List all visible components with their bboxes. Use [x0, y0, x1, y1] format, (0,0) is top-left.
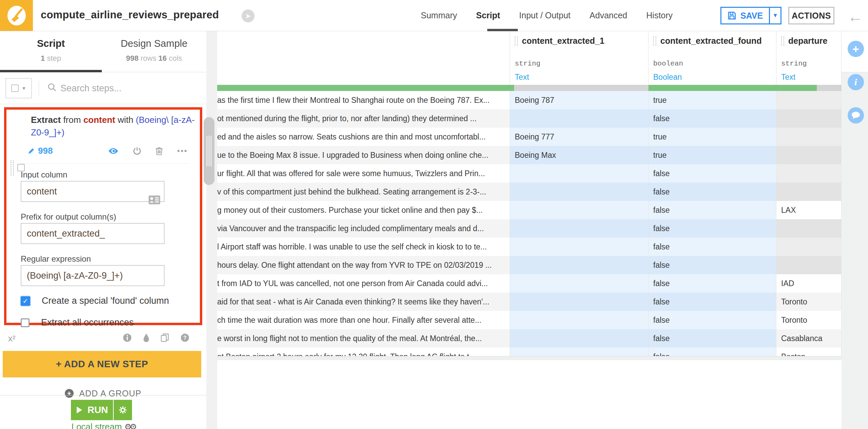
table-row[interactable]: at Boston airport 2 hours early for my 1…: [217, 348, 842, 356]
cell-extracted[interactable]: [510, 238, 648, 256]
save-button-main[interactable]: SAVE: [721, 8, 769, 23]
tab-script[interactable]: Script: [476, 11, 500, 20]
cell-content[interactable]: as the first time I flew their Montreal …: [217, 91, 510, 109]
formula-tool-icon[interactable]: x²: [8, 333, 16, 344]
column-drag-icon[interactable]: [781, 36, 784, 46]
cell-content[interactable]: g money out of their customers. Purchase…: [217, 201, 510, 219]
cell-extracted[interactable]: [510, 109, 648, 128]
column-picker-icon[interactable]: [148, 195, 161, 205]
cell-found[interactable]: true: [648, 91, 776, 109]
column-meaning[interactable]: Text: [515, 73, 529, 82]
cell-found[interactable]: false: [648, 329, 776, 348]
table-row[interactable]: via Vancouver and the transpacific leg i…: [217, 219, 842, 238]
cell-content[interactable]: e worst in long flight not to mention th…: [217, 329, 510, 348]
cell-departure[interactable]: Toronto: [776, 311, 842, 329]
run-button[interactable]: RUN: [71, 400, 133, 420]
cell-extracted[interactable]: [510, 256, 648, 274]
cell-extracted[interactable]: [510, 293, 648, 311]
cell-departure[interactable]: LAX: [776, 201, 842, 219]
run-settings-gear-icon[interactable]: [113, 400, 132, 420]
panel-splitter-handle[interactable]: [204, 117, 214, 185]
table-row[interactable]: v of this compartment just behind the bu…: [217, 183, 842, 201]
more-options-icon[interactable]: •••: [177, 146, 188, 156]
tab-script-steps[interactable]: Script 1 step: [0, 31, 102, 72]
regex-field[interactable]: [21, 265, 165, 286]
actions-button[interactable]: ACTIONS: [788, 7, 834, 24]
run-button-main[interactable]: RUN: [71, 400, 113, 420]
drag-handle-icon[interactable]: [11, 161, 14, 175]
collapse-panel-arrow-icon[interactable]: ←: [848, 7, 863, 26]
input-column-field[interactable]: [21, 181, 165, 202]
cell-departure[interactable]: Toronto: [776, 293, 842, 311]
tab-advanced[interactable]: Advanced: [589, 11, 627, 20]
cell-departure[interactable]: [776, 219, 842, 238]
cell-extracted[interactable]: Boeing Max: [510, 146, 648, 164]
column-header-content-extracted-1[interactable]: content_extracted_1 string Text: [510, 31, 648, 85]
cell-extracted[interactable]: [510, 274, 648, 293]
cell-departure[interactable]: [776, 238, 842, 256]
cell-departure[interactable]: Casablanca: [776, 329, 842, 348]
table-row[interactable]: as the first time I flew their Montreal …: [217, 91, 842, 109]
cell-departure[interactable]: [776, 109, 842, 128]
column-header-content[interactable]: [217, 31, 510, 85]
select-all-checkbox[interactable]: [11, 85, 19, 92]
cell-extracted[interactable]: [510, 311, 648, 329]
cell-extracted[interactable]: [510, 329, 648, 348]
add-group-button[interactable]: + ADD A GROUP: [0, 388, 206, 399]
cell-content[interactable]: v of this compartment just behind the bu…: [217, 183, 510, 201]
cell-departure[interactable]: IAD: [776, 274, 842, 293]
cell-content[interactable]: t from IAD to YUL was cancelled, not one…: [217, 274, 510, 293]
go-to-flow-icon[interactable]: ➤: [242, 10, 254, 22]
all-occurrences-checkbox-row[interactable]: Extract all occurrences: [21, 317, 134, 328]
tab-history[interactable]: History: [646, 11, 673, 20]
table-row[interactable]: e worst in long flight not to mention th…: [217, 329, 842, 348]
cell-content[interactable]: ot mentioned during the flight, prior to…: [217, 109, 510, 128]
chat-rail-button[interactable]: [848, 107, 864, 124]
help-icon[interactable]: ?: [181, 333, 189, 342]
cell-found[interactable]: false: [648, 219, 776, 238]
column-name[interactable]: departure: [788, 36, 827, 46]
cell-extracted[interactable]: [510, 201, 648, 219]
tab-design-sample[interactable]: Design Sample 998 rows 16 cols: [102, 31, 206, 72]
step-card-extract[interactable]: Extract from content with (Boeing\ [a-zA…: [4, 107, 202, 325]
cell-found[interactable]: false: [648, 274, 776, 293]
cell-content[interactable]: at Boston airport 2 hours early for my 1…: [217, 348, 510, 356]
step-title[interactable]: Extract from content with (Boeing\ [a-zA…: [31, 114, 196, 139]
cell-found[interactable]: false: [648, 164, 776, 183]
color-droplet-icon[interactable]: [143, 333, 149, 342]
column-name[interactable]: content_extracted_1: [522, 36, 604, 46]
cell-departure[interactable]: [776, 256, 842, 274]
cell-found[interactable]: true: [648, 128, 776, 146]
cell-found[interactable]: false: [648, 109, 776, 128]
tab-input-output[interactable]: Input / Output: [519, 11, 571, 20]
column-header-departure[interactable]: departure string Text: [776, 31, 842, 85]
cell-content[interactable]: l Airport staff was horrible. I was unab…: [217, 238, 510, 256]
cell-found[interactable]: false: [648, 201, 776, 219]
table-row[interactable]: ch time the wait duration was more than …: [217, 311, 842, 329]
cell-extracted[interactable]: Boeing 777: [510, 128, 648, 146]
cell-departure[interactable]: [776, 128, 842, 146]
cell-extracted[interactable]: [510, 183, 648, 201]
cell-departure[interactable]: [776, 164, 842, 183]
add-rail-button[interactable]: +: [848, 41, 864, 57]
cell-content[interactable]: ch time the wait duration was more than …: [217, 311, 510, 329]
add-new-step-button[interactable]: + ADD A NEW STEP: [3, 351, 201, 377]
column-meaning[interactable]: Text: [781, 73, 795, 82]
cell-found[interactable]: true: [648, 146, 776, 164]
cell-found[interactable]: false: [648, 238, 776, 256]
cell-content[interactable]: aid for that seat - what is Air Canada e…: [217, 293, 510, 311]
preview-eye-icon[interactable]: [108, 147, 119, 155]
column-name[interactable]: content_extracted_found: [660, 36, 762, 46]
cell-content[interactable]: ue to the Boeing Max 8 issue. I upgraded…: [217, 146, 510, 164]
save-button[interactable]: SAVE ▼: [720, 7, 781, 24]
column-drag-icon[interactable]: [515, 36, 518, 46]
cell-content[interactable]: hours delay. One flight attendant on the…: [217, 256, 510, 274]
table-row[interactable]: ed and the aisles so narrow. Seats cushi…: [217, 128, 842, 146]
table-row[interactable]: l Airport staff was horrible. I was unab…: [217, 238, 842, 256]
cell-extracted[interactable]: [510, 219, 648, 238]
save-dropdown-caret[interactable]: ▼: [769, 8, 780, 23]
search-steps-input[interactable]: [60, 79, 210, 97]
cell-found[interactable]: false: [648, 256, 776, 274]
engine-selector[interactable]: Local stream ⚙⚙: [0, 422, 206, 429]
cell-found[interactable]: false: [648, 293, 776, 311]
